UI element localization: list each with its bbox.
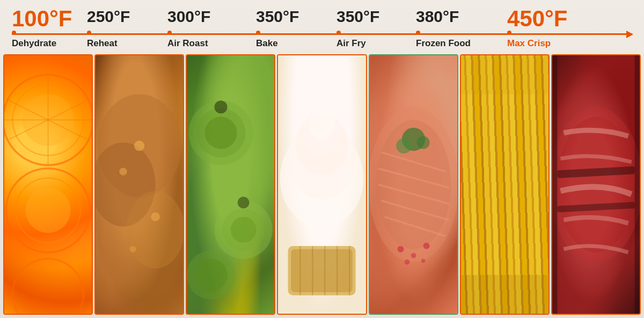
food-card-bake	[277, 54, 367, 315]
orange-svg	[4, 55, 92, 314]
svg-point-14	[134, 141, 144, 151]
temp-value-max-crisp: 450°F	[507, 6, 568, 31]
fries-svg	[461, 55, 548, 314]
arrow-head	[626, 31, 633, 38]
svg-point-17	[130, 246, 136, 252]
svg-point-52	[423, 243, 429, 249]
sprouts-svg	[187, 55, 274, 314]
food-image-dehydrate	[4, 55, 92, 314]
svg-point-26	[215, 100, 228, 113]
svg-point-32	[310, 109, 334, 140]
svg-point-53	[404, 259, 409, 265]
svg-rect-57	[461, 275, 548, 314]
temp-dehydrate: 100°F	[12, 8, 87, 30]
food-image-air-roast	[187, 55, 274, 314]
salmon-svg	[370, 55, 457, 314]
svg-point-15	[119, 168, 127, 175]
temp-value-reheat: 250°F	[87, 8, 130, 25]
label-dehydrate: Dehydrate	[12, 38, 87, 49]
temp-value-bake: 350°F	[256, 8, 299, 25]
svg-point-16	[151, 212, 160, 221]
temp-value-frozen-food: 380°F	[416, 8, 459, 25]
svg-point-51	[411, 253, 416, 258]
label-frozen-food: Frozen Food	[416, 38, 507, 49]
svg-point-48	[396, 138, 412, 154]
food-images-section	[0, 52, 644, 318]
svg-point-25	[195, 259, 228, 291]
svg-point-50	[397, 246, 404, 252]
svg-point-49	[416, 136, 429, 149]
temp-air-fry: 350°F	[336, 8, 416, 30]
tick-6	[507, 31, 511, 35]
food-card-reheat	[94, 54, 184, 315]
svg-point-27	[238, 197, 250, 208]
tick-0	[12, 31, 16, 35]
timeline-section	[0, 30, 644, 37]
svg-rect-62	[552, 55, 557, 314]
svg-point-20	[205, 117, 237, 149]
food-image-max-crisp	[552, 55, 640, 314]
temp-value-air-roast: 300°F	[167, 8, 210, 25]
labels-row: Dehydrate Reheat Air Roast Bake Air Fry …	[0, 37, 644, 52]
temp-max-crisp: 450°F	[507, 8, 632, 30]
temp-frozen-food: 380°F	[416, 8, 507, 30]
svg-rect-56	[461, 55, 548, 94]
food-image-air-fry	[370, 55, 457, 314]
food-card-air-fry	[369, 54, 458, 315]
cupcake-svg	[278, 55, 365, 314]
svg-point-6	[12, 259, 83, 314]
temp-air-roast: 300°F	[167, 8, 256, 30]
food-card-dehydrate	[3, 54, 93, 315]
steak-svg	[552, 55, 640, 314]
temp-bake: 350°F	[256, 8, 336, 30]
tick-2	[167, 31, 172, 35]
food-image-frozen-food	[461, 55, 548, 314]
svg-point-54	[421, 259, 425, 263]
tick-4	[336, 31, 341, 35]
food-image-reheat	[96, 55, 183, 314]
food-card-frozen-food	[460, 54, 550, 315]
label-air-fry: Air Fry	[336, 38, 416, 49]
label-reheat: Reheat	[87, 38, 167, 49]
label-max-crisp: Max Crisp	[507, 38, 632, 49]
svg-point-5	[25, 188, 70, 233]
chicken-svg	[96, 55, 183, 314]
food-card-air-roast	[186, 54, 275, 315]
label-bake: Bake	[256, 38, 336, 49]
temp-value-dehydrate: 100°F	[12, 8, 87, 30]
temp-reheat: 250°F	[87, 8, 167, 30]
tick-3	[256, 31, 260, 35]
food-image-bake	[278, 55, 365, 314]
tick-1	[87, 31, 91, 35]
svg-rect-63	[635, 55, 640, 314]
temp-value-air-fry: 350°F	[336, 8, 379, 25]
svg-point-13	[127, 191, 184, 269]
arrow-line	[12, 33, 632, 35]
tick-5	[416, 31, 420, 35]
label-air-roast: Air Roast	[167, 38, 256, 49]
svg-point-23	[231, 217, 257, 243]
food-card-max-crisp	[551, 54, 641, 315]
main-container: 100°F 250°F 300°F 350°F 350°F 380°F 450°…	[0, 0, 644, 318]
